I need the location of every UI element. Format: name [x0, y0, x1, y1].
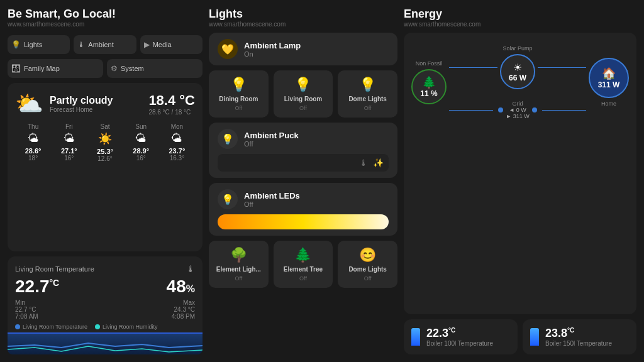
forecast-fri: Fri 🌤 27.1° 16°: [51, 123, 87, 162]
system-icon: ⚙: [111, 64, 118, 73]
forecast-thu-icon: 🌤: [15, 132, 51, 145]
forecast-thu-low: 18°: [15, 155, 51, 162]
element-tree-name: Element Tree: [284, 266, 323, 273]
home-value: 311 W: [598, 80, 620, 89]
boiler-150l-temp: 23.8°C: [545, 327, 612, 340]
dome-lights-top-name: Dome Lights: [348, 96, 387, 102]
forecast-fri-day: Fri: [51, 123, 87, 130]
tree-icon: 🌲: [422, 75, 436, 89]
forecast-sun: Sun 🌤 28.9° 16°: [123, 123, 159, 162]
boiler-150l-card: 23.8°C Boiler 150l Temperature: [523, 319, 636, 354]
forecast-sat: Sat ☀️ 25.3° 12.6°: [87, 123, 123, 162]
weather-card: ⛅ Partly cloudy Forecast Home 18.4 °C 28…: [8, 83, 203, 251]
non-fossil-node: Non Fossil 🌲 11 %: [411, 60, 447, 104]
nav-grid: 💡 Lights 🌡 Ambient ▶ Media: [8, 35, 203, 54]
center-panel: Lights www.smarthomescene.com 💛 Ambient …: [209, 8, 397, 354]
forecast-mon: Mon 🌤 23.7° 16.3°: [159, 123, 195, 162]
right-panel: Energy www.smarthomescene.com Non Fossil…: [404, 8, 636, 354]
ambient-leds-status: Off: [244, 200, 300, 208]
living-room-name: Living Room: [284, 96, 323, 102]
element-lights-status: Off: [235, 275, 242, 282]
dining-room-light[interactable]: 💡 Dining Room Off: [209, 70, 269, 118]
boiler-row: 22.3°C Boiler 100l Temperature 23.8°C Bo…: [404, 319, 636, 354]
dining-room-icon: 💡: [230, 77, 247, 93]
puck-brightness-icon[interactable]: 🌡: [359, 158, 368, 168]
forecast-sat-icon: ☀️: [87, 132, 123, 146]
ambient-puck-icon: 💡: [218, 129, 238, 149]
solar-pump-node: Solar Pump ☀ 66 W: [500, 45, 535, 89]
grid-line-right: [542, 110, 586, 111]
ambient-leds-icon: 💡: [218, 189, 238, 209]
energy-diagram: Non Fossil 🌲 11 % Solar Pump: [411, 45, 629, 119]
grid-value1: ◄ 0 W: [506, 107, 529, 113]
grid-dot2: [532, 107, 537, 112]
nav-media[interactable]: ▶ Media: [140, 35, 203, 54]
left-subtitle: www.smarthomescene.com: [8, 21, 203, 28]
element-tree[interactable]: 🌲 Element Tree Off: [274, 241, 333, 288]
temperature-card: Living Room Temperature 🌡 22.7°C 48% Min…: [8, 256, 203, 354]
element-tree-status: Off: [299, 275, 307, 282]
living-room-light[interactable]: 💡 Living Room Off: [274, 70, 333, 118]
forecast-sun-low: 16°: [123, 155, 159, 162]
forecast-sat-day: Sat: [87, 123, 123, 130]
element-light-grid: 🌳 Element Ligh... Off 🌲 Element Tree Off…: [209, 241, 397, 288]
forecast-thu: Thu 🌤 28.6° 18°: [15, 123, 51, 162]
nav-family-label: Family Map: [24, 65, 60, 72]
nav-family-map[interactable]: 👨‍👩‍👧 Family Map: [8, 59, 103, 78]
weather-location: Forecast Home: [50, 106, 113, 113]
dome-lights-bottom[interactable]: 😊 Dome Lights Off: [338, 241, 397, 288]
nav-media-label: Media: [153, 41, 172, 48]
ambient-leds-name: Ambient LEDs: [244, 191, 300, 200]
temp-min: Min 22.7 °C 7:08 AM: [15, 299, 38, 320]
home-node: 🏠 311 W Home: [589, 58, 629, 107]
temperature-chart: [8, 332, 203, 354]
dome-lights-top[interactable]: 💡 Dome Lights Off: [338, 70, 397, 118]
forecast-mon-icon: 🌤: [159, 132, 195, 145]
boiler-150l-icon: [530, 328, 539, 346]
nav-ambient-label: Ambient: [88, 41, 113, 48]
solar-line-left: [449, 67, 497, 68]
media-icon: ▶: [144, 40, 150, 49]
puck-controls: 🌡 ✨: [218, 154, 389, 172]
nav-system[interactable]: ⚙ System: [107, 59, 203, 78]
weather-description: Partly cloudy: [50, 95, 113, 106]
grid-line-left: [449, 110, 493, 111]
right-title: Energy: [404, 8, 636, 21]
energy-section: Non Fossil 🌲 11 % Solar Pump: [404, 33, 636, 314]
boiler-150l-label: Boiler 150l Temperature: [545, 340, 612, 347]
element-lights[interactable]: 🌳 Element Ligh... Off: [209, 241, 269, 288]
forecast-sun-icon: 🌤: [123, 132, 159, 145]
humidity-dot: [95, 324, 100, 329]
nav-lights[interactable]: 💡 Lights: [8, 35, 70, 54]
left-panel: Be Smart, Go Local! www.smarthomescene.c…: [8, 8, 203, 354]
center-title: Lights: [209, 8, 397, 21]
non-fossil-label: Non Fossil: [416, 60, 443, 67]
dome-lights-bottom-status: Off: [364, 275, 372, 282]
forecast-mon-day: Mon: [159, 123, 195, 130]
nav-ambient[interactable]: 🌡 Ambient: [74, 35, 136, 54]
living-room-status: Off: [299, 105, 307, 111]
solar-line-right: [538, 67, 586, 68]
forecast-mon-low: 16.3°: [159, 155, 195, 162]
puck-color-icon[interactable]: ✨: [373, 158, 384, 168]
forecast-fri-low: 16°: [51, 155, 87, 162]
ambient-lamp-card[interactable]: 💛 Ambient Lamp On: [209, 33, 397, 65]
boiler-100l-icon-area: [411, 328, 420, 346]
home-icon: 🏠: [602, 67, 616, 80]
ambient-icon: 🌡: [77, 40, 85, 49]
ambient-lamp-icon: 💛: [218, 39, 238, 59]
dome-lights-top-icon: 💡: [359, 77, 376, 93]
forecast-fri-icon: 🌤: [51, 132, 87, 145]
boiler-100l-icon: [411, 328, 420, 346]
boiler-100l-card: 22.3°C Boiler 100l Temperature: [404, 319, 518, 354]
nav-system-label: System: [121, 65, 144, 72]
grid-value2: ► 311 W: [506, 113, 529, 119]
temp-dot: [15, 324, 20, 329]
weather-range: 28.6 °C / 18 °C: [148, 109, 195, 116]
light-grid: 💡 Dining Room Off 💡 Living Room Off 💡 Do…: [209, 70, 397, 118]
home-label: Home: [601, 101, 616, 107]
dining-room-status: Off: [235, 105, 242, 111]
temp-legend-temperature: Living Room Temperature: [15, 324, 87, 330]
family-map-icon: 👨‍👩‍👧: [11, 64, 21, 73]
led-color-slider[interactable]: [218, 214, 389, 229]
